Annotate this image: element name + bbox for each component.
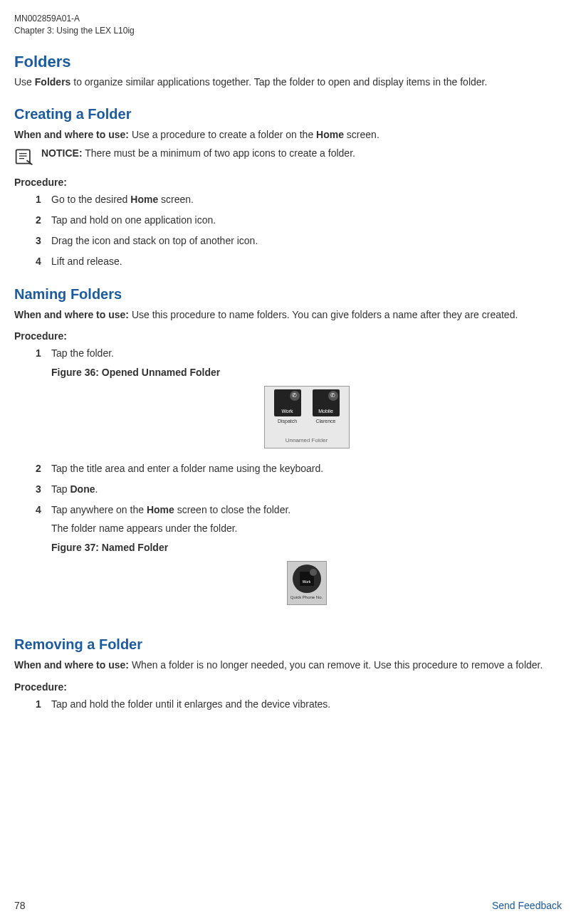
section-removing-title: Removing a Folder (14, 636, 562, 653)
app-label: Work (300, 579, 314, 585)
step-number: 2 (36, 461, 51, 476)
page-number: 78 (14, 900, 26, 911)
label: When and where to use: (14, 309, 129, 320)
step-number: 1 (36, 192, 51, 207)
label: When and where to use: (14, 129, 129, 140)
step: 3Tap Done. (36, 482, 562, 497)
step: 1Tap and hold the folder until it enlarg… (36, 697, 562, 712)
section-creating-title: Creating a Folder (14, 106, 562, 122)
step: 3Drag the icon and stack on top of anoth… (36, 233, 562, 248)
step: 2Tap and hold on one application icon. (36, 213, 562, 228)
phone-badge-icon: ✆ (290, 391, 300, 401)
phone-badge-icon: ✆ (328, 391, 338, 401)
figure-36: ✆ Work Dispatch ✆ Mobile Clarence (51, 386, 562, 448)
app-tile: ✆ Work Dispatch (271, 389, 305, 434)
section-folders-title: Folders (14, 53, 562, 71)
phone-app-icon: ✆ Work (274, 389, 301, 416)
text: Go to the desired (51, 194, 130, 205)
step-number: 4 (36, 503, 51, 612)
figure-37-caption: Figure 37: Named Folder (51, 540, 562, 555)
folder-title-text: Unnamed Folder (268, 436, 346, 445)
step: 4Lift and release. (36, 254, 562, 269)
removing-steps: 1Tap and hold the folder until it enlarg… (14, 697, 562, 712)
page-footer: 78 Send Feedback (14, 900, 562, 911)
folder-open-image: ✆ Work Dispatch ✆ Mobile Clarence (264, 386, 350, 448)
app-label: Mobile (313, 408, 340, 416)
text: Tap anywhere on the (51, 504, 147, 515)
text: screen. (158, 194, 194, 205)
notice-label: NOTICE: (41, 147, 83, 159)
phone-app-icon: Work (300, 572, 314, 586)
bold-text: Home (316, 129, 344, 140)
folder-icons-row: ✆ Work Dispatch ✆ Mobile Clarence (268, 389, 346, 434)
step-number: 1 (36, 346, 51, 456)
bold-text: Home (147, 504, 174, 515)
app-sublabel: Clarence (315, 418, 335, 426)
step: 2Tap the title area and enter a folder n… (36, 461, 562, 476)
phone-badge-icon (310, 569, 317, 576)
text: Tap and hold on one application icon. (51, 213, 562, 228)
text: There must be a minimum of two app icons… (83, 147, 355, 159)
doc-id: MN002859A01-A (14, 13, 562, 25)
app-label: Work (274, 408, 301, 416)
send-feedback-link[interactable]: Send Feedback (492, 900, 562, 911)
procedure-label: Procedure: (14, 330, 562, 342)
notice-block: NOTICE: There must be a minimum of two a… (14, 147, 562, 167)
figure-36-caption: Figure 36: Opened Unnamed Folder (51, 365, 562, 380)
text: . (95, 483, 98, 495)
step: 1 Tap the folder. Figure 36: Opened Unna… (36, 346, 562, 456)
folders-intro: Use Folders to organize similar applicat… (14, 75, 562, 90)
creating-when: When and where to use: Use a procedure t… (14, 128, 562, 142)
notice-icon (14, 147, 34, 167)
label: When and where to use: (14, 659, 129, 671)
bold-text: Folders (35, 76, 71, 88)
text: Tap the folder. (51, 347, 114, 359)
text: Drag the icon and stack on top of anothe… (51, 233, 562, 248)
procedure-label: Procedure: (14, 177, 562, 188)
named-folder-image: Work Quick Phone No. (287, 561, 327, 605)
text: Tap and hold the folder until it enlarge… (51, 697, 562, 712)
text: Use (14, 76, 35, 88)
section-naming-title: Naming Folders (14, 286, 562, 303)
creating-steps: 1Go to the desired Home screen. 2Tap and… (14, 192, 562, 269)
text: screen. (344, 129, 379, 140)
naming-steps: 1 Tap the folder. Figure 36: Opened Unna… (14, 346, 562, 612)
step-number: 4 (36, 254, 51, 269)
text: screen to close the folder. (174, 504, 290, 515)
text: Use a procedure to create a folder on th… (129, 129, 316, 140)
text: Tap (51, 483, 70, 495)
step-number: 2 (36, 213, 51, 228)
text: to organize similar applications togethe… (70, 76, 487, 88)
bold-text: Home (130, 194, 158, 205)
step-number: 1 (36, 697, 51, 712)
step: 1Go to the desired Home screen. (36, 192, 562, 207)
folder-name-label: Quick Phone No. (290, 594, 323, 601)
app-sublabel: Dispatch (278, 418, 297, 426)
figure-37: Work Quick Phone No. (51, 561, 562, 605)
bold-text: Done (70, 483, 95, 495)
text: Use this procedure to name folders. You … (129, 309, 518, 320)
app-tile: ✆ Mobile Clarence (309, 389, 343, 434)
result-text: The folder name appears under the folder… (51, 522, 562, 536)
doc-header: MN002859A01-A Chapter 3: Using the LEX L… (14, 13, 562, 37)
text: Tap the title area and enter a folder na… (51, 461, 562, 476)
procedure-label: Procedure: (14, 681, 562, 693)
removing-when: When and where to use: When a folder is … (14, 658, 562, 673)
naming-when: When and where to use: Use this procedur… (14, 308, 562, 322)
text: When a folder is no longer needed, you c… (129, 659, 543, 671)
step-number: 3 (36, 482, 51, 497)
phone-app-icon: ✆ Mobile (313, 389, 340, 416)
chapter-label: Chapter 3: Using the LEX L10ig (14, 25, 562, 37)
folder-circle-icon: Work (293, 565, 321, 593)
text: Lift and release. (51, 254, 562, 269)
step-number: 3 (36, 233, 51, 248)
notice-text: NOTICE: There must be a minimum of two a… (41, 147, 355, 161)
step: 4 Tap anywhere on the Home screen to clo… (36, 503, 562, 612)
